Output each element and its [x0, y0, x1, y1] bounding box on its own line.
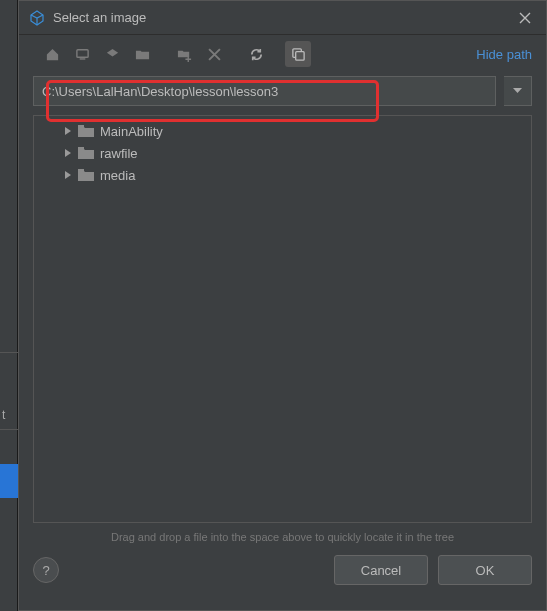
hint-text: Drag and drop a file into the space abov… — [19, 523, 546, 555]
show-hidden-icon[interactable] — [285, 41, 311, 67]
toolbar: Hide path — [19, 35, 546, 73]
hide-path-link[interactable]: Hide path — [476, 47, 532, 62]
cancel-button[interactable]: Cancel — [334, 555, 428, 585]
ok-button[interactable]: OK — [438, 555, 532, 585]
tree-item[interactable]: media — [34, 164, 531, 186]
chevron-down-icon — [513, 88, 522, 94]
svg-rect-1 — [79, 58, 85, 59]
tree-item-label: MainAbility — [100, 124, 163, 139]
tree-item[interactable]: MainAbility — [34, 120, 531, 142]
close-icon — [519, 12, 531, 24]
path-history-dropdown[interactable] — [504, 76, 532, 106]
folder-icon — [78, 146, 94, 160]
dialog-title: Select an image — [53, 10, 514, 25]
svg-rect-6 — [78, 169, 84, 171]
tree-item-label: rawfile — [100, 146, 138, 161]
help-button[interactable]: ? — [33, 557, 59, 583]
svg-rect-4 — [78, 125, 84, 127]
home-icon[interactable] — [39, 41, 65, 67]
file-tree[interactable]: MainAbility rawfile media — [33, 115, 532, 523]
desktop-icon[interactable] — [69, 41, 95, 67]
path-input[interactable] — [33, 76, 496, 106]
app-icon — [29, 10, 45, 26]
delete-icon[interactable] — [201, 41, 227, 67]
folder-icon — [78, 124, 94, 138]
side-panel-char: t — [2, 408, 5, 422]
side-panel-active[interactable] — [0, 464, 18, 498]
chevron-right-icon[interactable] — [64, 171, 74, 179]
chevron-right-icon[interactable] — [64, 149, 74, 157]
svg-rect-0 — [76, 49, 87, 57]
svg-rect-5 — [78, 147, 84, 149]
folder-icon[interactable] — [129, 41, 155, 67]
select-image-dialog: Select an image — [18, 0, 547, 611]
folder-icon — [78, 168, 94, 182]
tree-item[interactable]: rawfile — [34, 142, 531, 164]
svg-rect-3 — [295, 51, 303, 59]
close-button[interactable] — [514, 7, 536, 29]
tree-item-label: media — [100, 168, 135, 183]
titlebar: Select an image — [19, 1, 546, 35]
new-folder-icon[interactable] — [171, 41, 197, 67]
refresh-icon[interactable] — [243, 41, 269, 67]
project-icon[interactable] — [99, 41, 125, 67]
chevron-right-icon[interactable] — [64, 127, 74, 135]
